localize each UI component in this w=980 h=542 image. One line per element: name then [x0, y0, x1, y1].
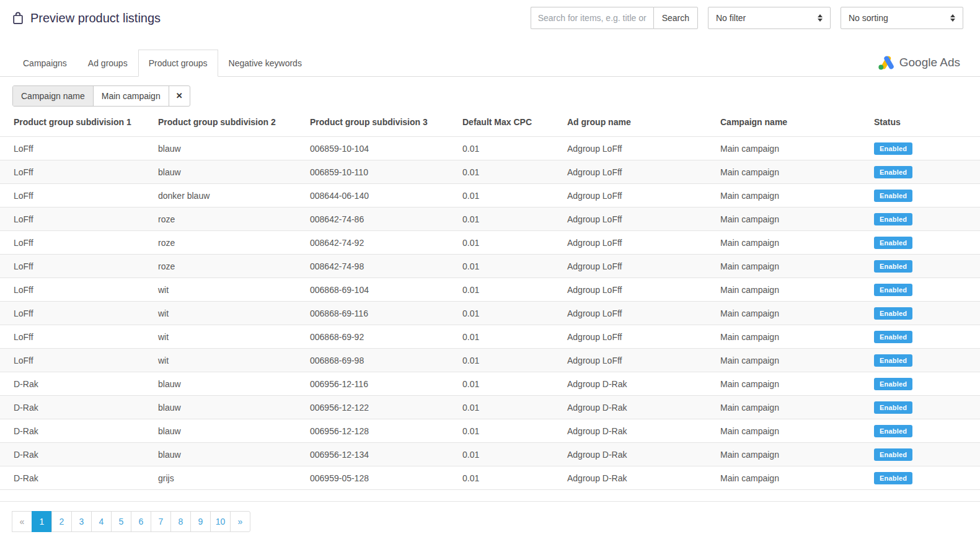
- page-button[interactable]: 1: [32, 511, 52, 532]
- column-header: Ad group name: [554, 108, 707, 137]
- cell-status: Enabled: [860, 302, 980, 325]
- column-header: Product group subdivision 3: [296, 108, 449, 137]
- cell-status: Enabled: [860, 137, 980, 160]
- page-button[interactable]: 3: [71, 511, 92, 532]
- cell-subdivision-2: blauw: [144, 160, 296, 184]
- cell-status: Enabled: [860, 466, 980, 490]
- status-badge: Enabled: [874, 331, 912, 343]
- cell-status: Enabled: [860, 208, 980, 231]
- cell-ad-group-name: Adgroup D-Rak: [554, 396, 707, 419]
- page-button[interactable]: 8: [170, 511, 191, 532]
- cell-subdivision-2: wit: [144, 325, 296, 349]
- cell-subdivision-3: 006868-69-116: [296, 302, 449, 325]
- sorting-select-value: No sorting: [849, 13, 888, 23]
- cell-subdivision-2: blauw: [144, 443, 296, 466]
- chip-close-button[interactable]: ✕: [169, 86, 190, 106]
- status-badge: Enabled: [874, 237, 912, 249]
- search-group: Search: [531, 7, 698, 29]
- cell-campaign-name: Main campaign: [707, 419, 860, 443]
- tab[interactable]: Ad groups: [77, 50, 138, 77]
- cell-subdivision-1: D-Rak: [0, 372, 144, 396]
- column-header: Product group subdivision 1: [0, 108, 144, 137]
- cell-subdivision-3: 008642-74-98: [296, 255, 449, 278]
- status-badge: Enabled: [874, 260, 912, 273]
- cell-ad-group-name: Adgroup D-Rak: [554, 443, 707, 466]
- table-row: LoFff donker blauw 008644-06-140 0.01 Ad…: [0, 184, 980, 208]
- page-button[interactable]: 9: [190, 511, 211, 532]
- cell-campaign-name: Main campaign: [707, 396, 860, 419]
- page-button[interactable]: 2: [51, 511, 72, 532]
- cell-subdivision-1: D-Rak: [0, 443, 144, 466]
- cell-default-max-cpc: 0.01: [449, 137, 554, 160]
- cell-subdivision-1: LoFff: [0, 137, 144, 160]
- sorting-select[interactable]: No sorting: [841, 7, 963, 29]
- status-badge: Enabled: [874, 142, 912, 155]
- up-down-arrows-icon: [950, 14, 955, 22]
- cell-subdivision-1: LoFff: [0, 160, 144, 184]
- cell-ad-group-name: Adgroup LoFff: [554, 184, 707, 208]
- cell-status: Enabled: [860, 372, 980, 396]
- page-button[interactable]: »: [230, 511, 250, 532]
- cell-campaign-name: Main campaign: [707, 278, 860, 302]
- filter-select-value: No filter: [716, 13, 746, 23]
- cell-status: Enabled: [860, 419, 980, 443]
- cell-campaign-name: Main campaign: [707, 325, 860, 349]
- cell-subdivision-3: 008644-06-140: [296, 184, 449, 208]
- cell-campaign-name: Main campaign: [707, 184, 860, 208]
- google-ads-logo: Google Ads: [878, 55, 960, 70]
- top-bar: Preview product listings Search No filte…: [0, 0, 980, 29]
- column-header: Campaign name: [707, 108, 860, 137]
- table-row: LoFff wit 006868-69-116 0.01 Adgroup LoF…: [0, 302, 980, 325]
- status-badge: Enabled: [874, 448, 912, 461]
- tab[interactable]: Product groups: [138, 50, 218, 77]
- cell-default-max-cpc: 0.01: [449, 208, 554, 231]
- cell-status: Enabled: [860, 160, 980, 184]
- cell-default-max-cpc: 0.01: [449, 349, 554, 372]
- table-row: LoFff roze 008642-74-92 0.01 Adgroup LoF…: [0, 231, 980, 255]
- cell-ad-group-name: Adgroup D-Rak: [554, 419, 707, 443]
- page-button[interactable]: 6: [131, 511, 151, 532]
- page-button[interactable]: 5: [111, 511, 131, 532]
- cell-default-max-cpc: 0.01: [449, 278, 554, 302]
- tab[interactable]: Campaigns: [12, 50, 77, 77]
- cell-ad-group-name: Adgroup LoFff: [554, 349, 707, 372]
- chip-value: Main campaign: [94, 86, 169, 106]
- page-button[interactable]: 10: [210, 511, 231, 532]
- cell-subdivision-1: D-Rak: [0, 466, 144, 490]
- cell-default-max-cpc: 0.01: [449, 325, 554, 349]
- page-button[interactable]: «: [12, 511, 32, 532]
- cell-default-max-cpc: 0.01: [449, 302, 554, 325]
- cell-subdivision-2: blauw: [144, 137, 296, 160]
- cell-subdivision-2: grijs: [144, 466, 296, 490]
- table-row: D-Rak blauw 006956-12-116 0.01 Adgroup D…: [0, 372, 980, 396]
- page-button[interactable]: 4: [91, 511, 112, 532]
- page-button[interactable]: 7: [151, 511, 171, 532]
- filter-select[interactable]: No filter: [708, 7, 831, 29]
- cell-subdivision-3: 006868-69-104: [296, 278, 449, 302]
- cell-subdivision-2: roze: [144, 208, 296, 231]
- cell-subdivision-2: roze: [144, 231, 296, 255]
- search-button[interactable]: Search: [653, 7, 698, 29]
- table-row: LoFff blauw 006859-10-110 0.01 Adgroup L…: [0, 160, 980, 184]
- status-badge: Enabled: [874, 425, 912, 437]
- shopping-bag-icon: [12, 12, 24, 25]
- table-row: D-Rak blauw 006956-12-122 0.01 Adgroup D…: [0, 396, 980, 419]
- cell-status: Enabled: [860, 396, 980, 419]
- status-badge: Enabled: [874, 166, 912, 178]
- search-input[interactable]: [531, 7, 653, 29]
- cell-default-max-cpc: 0.01: [449, 396, 554, 419]
- table-row: D-Rak blauw 006956-12-128 0.01 Adgroup D…: [0, 419, 980, 443]
- cell-subdivision-3: 006956-12-134: [296, 443, 449, 466]
- column-header: Status: [860, 108, 980, 137]
- cell-ad-group-name: Adgroup LoFff: [554, 302, 707, 325]
- cell-campaign-name: Main campaign: [707, 137, 860, 160]
- tab[interactable]: Negative keywords: [218, 50, 312, 77]
- cell-campaign-name: Main campaign: [707, 302, 860, 325]
- cell-subdivision-2: wit: [144, 349, 296, 372]
- product-groups-table: Product group subdivision 1Product group…: [0, 108, 980, 490]
- cell-subdivision-2: donker blauw: [144, 184, 296, 208]
- cell-default-max-cpc: 0.01: [449, 160, 554, 184]
- page-title-text: Preview product listings: [30, 11, 161, 25]
- cell-campaign-name: Main campaign: [707, 255, 860, 278]
- status-badge: Enabled: [874, 354, 912, 367]
